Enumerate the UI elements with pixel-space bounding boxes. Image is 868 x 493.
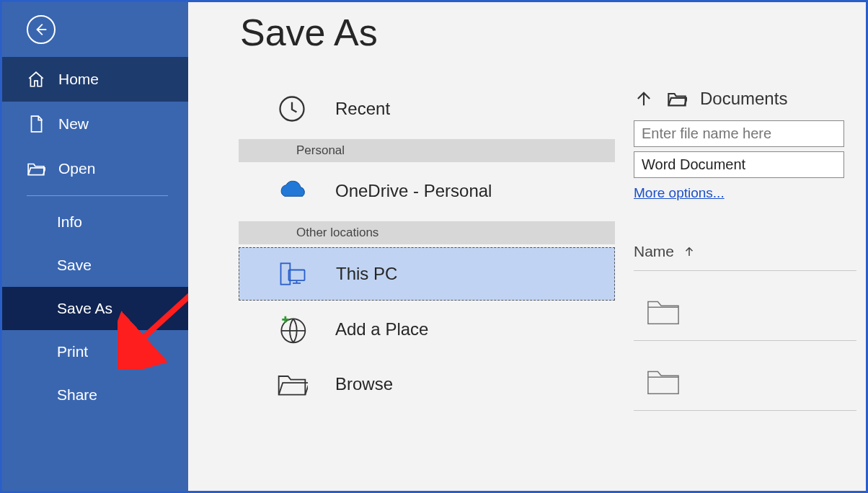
nav-share[interactable]: Share: [2, 373, 188, 417]
location-add-place[interactable]: Add a Place: [239, 303, 615, 355]
onedrive-icon: [275, 174, 309, 208]
location-onedrive[interactable]: OneDrive - Personal: [239, 165, 615, 217]
section-personal: Personal: [239, 139, 615, 162]
svg-rect-3: [289, 270, 305, 281]
location-recent-label: Recent: [335, 99, 390, 119]
location-browse-label: Browse: [335, 374, 393, 394]
save-panel: Documents More options... Name: [628, 2, 866, 491]
folder-icon: [647, 367, 680, 396]
back-arrow-icon: [33, 22, 49, 37]
location-this-pc[interactable]: This PC: [239, 247, 615, 301]
home-icon: [27, 70, 45, 89]
nav-open[interactable]: Open: [2, 146, 188, 191]
nav-home-label: Home: [58, 71, 99, 88]
page-title: Save As: [240, 11, 628, 54]
nav-open-label: Open: [58, 160, 95, 177]
more-options-link[interactable]: More options...: [634, 185, 725, 201]
folder-icon: [647, 297, 680, 326]
location-this-pc-label: This PC: [336, 264, 397, 284]
nav-new-label: New: [58, 115, 89, 133]
browse-icon: [275, 367, 309, 401]
breadcrumb[interactable]: Documents: [634, 89, 866, 109]
clock-icon: [275, 92, 309, 126]
nav-save-as[interactable]: Save As: [2, 287, 188, 330]
up-arrow-icon[interactable]: [634, 89, 654, 109]
file-icon: [27, 115, 45, 133]
folder-row[interactable]: [634, 271, 856, 341]
section-other: Other locations: [239, 221, 615, 244]
sort-asc-icon: [683, 245, 696, 258]
breadcrumb-label: Documents: [700, 89, 787, 109]
filetype-select[interactable]: [634, 151, 844, 178]
nav-print[interactable]: Print: [2, 330, 188, 373]
filename-input[interactable]: [634, 120, 844, 147]
addplace-icon: [275, 312, 309, 347]
folder-open-icon: [27, 159, 45, 178]
location-browse[interactable]: Browse: [239, 358, 615, 410]
location-panel: Save As Recent Personal OneDrive - Perso…: [188, 2, 628, 491]
backstage-nav: Home New Open Info Save Save As Print Sh…: [2, 2, 188, 491]
back-button[interactable]: [27, 15, 56, 44]
location-recent[interactable]: Recent: [239, 83, 615, 135]
nav-new[interactable]: New: [2, 102, 188, 146]
thispc-icon: [275, 257, 310, 291]
location-onedrive-label: OneDrive - Personal: [335, 181, 492, 201]
nav-separator: [27, 195, 168, 196]
folder-open-icon: [667, 89, 687, 109]
nav-save[interactable]: Save: [2, 244, 188, 287]
nav-info[interactable]: Info: [2, 200, 188, 244]
location-add-place-label: Add a Place: [335, 319, 428, 339]
folder-row[interactable]: [634, 341, 856, 411]
nav-home[interactable]: Home: [2, 57, 188, 102]
column-header-name[interactable]: Name: [634, 243, 856, 271]
